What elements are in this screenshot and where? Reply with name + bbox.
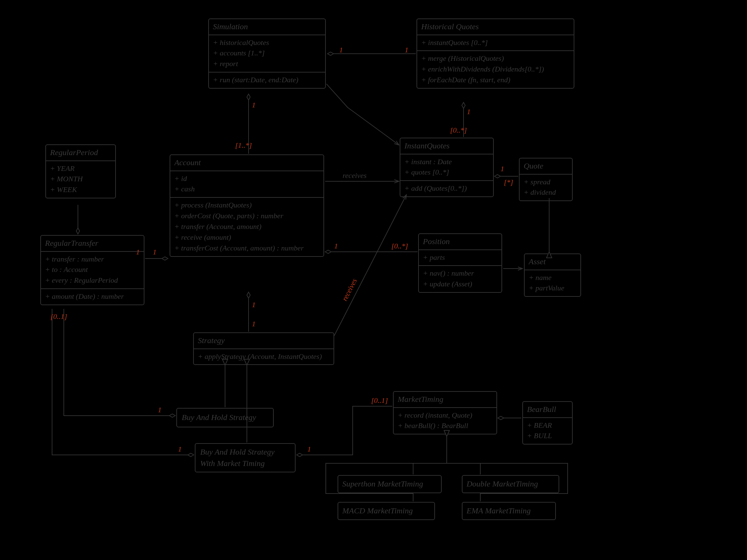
mult-1: 1 bbox=[334, 242, 338, 250]
mult-1: 1 bbox=[339, 46, 343, 54]
mult-1: 1 bbox=[467, 107, 470, 116]
mult-1: 1 bbox=[178, 445, 182, 454]
mult-1: 1 bbox=[136, 248, 140, 257]
mult-1: 1 bbox=[307, 445, 311, 454]
mult-lw: [*] bbox=[504, 178, 513, 187]
mult-1: 1 bbox=[252, 320, 256, 328]
mult-1: 1 bbox=[405, 46, 408, 54]
mult-1: 1 bbox=[252, 101, 256, 109]
mult-1: 1 bbox=[500, 164, 504, 173]
mult-0-1: [0..1] bbox=[371, 396, 388, 405]
mult-0-1: [0..1] bbox=[50, 312, 67, 321]
mult-1: 1 bbox=[158, 405, 161, 414]
label-receives: receives bbox=[342, 171, 366, 180]
mult-0star: [0..*] bbox=[450, 126, 467, 135]
mult-1star: [1..*] bbox=[235, 141, 252, 150]
mult-1: 1 bbox=[252, 300, 256, 309]
mult-1: 1 bbox=[153, 248, 156, 257]
mult-0star: [0..*] bbox=[391, 242, 408, 250]
edges bbox=[0, 0, 747, 560]
